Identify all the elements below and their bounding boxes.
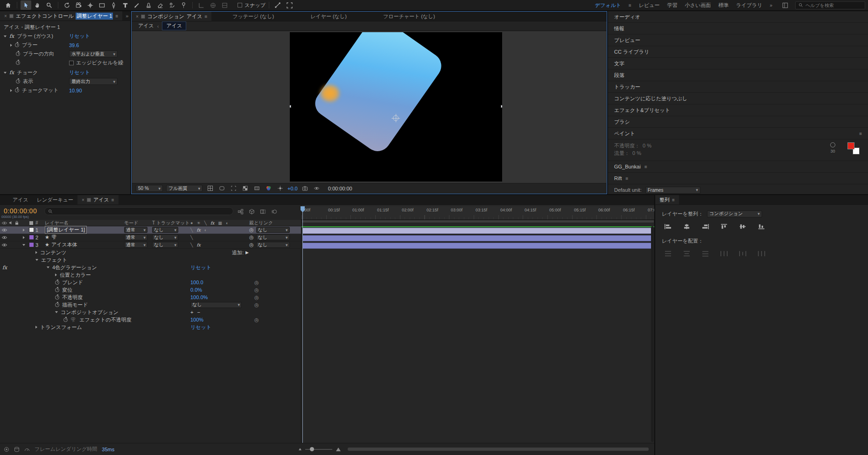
label-column-icon[interactable] <box>29 221 33 225</box>
quality-icon[interactable]: ╲ <box>204 221 207 225</box>
world-axis-mode-icon[interactable] <box>208 0 218 10</box>
brush-tool-button[interactable] <box>132 0 142 10</box>
mask-reference-value[interactable]: 雫 <box>70 316 76 323</box>
mask-path-visibility-icon[interactable] <box>273 0 283 10</box>
parent-dropdown[interactable]: なし▾ <box>256 227 290 233</box>
stopwatch-icon[interactable] <box>16 61 20 65</box>
fx-toggle-icon[interactable]: fx <box>196 228 200 232</box>
performance-icon[interactable] <box>24 447 30 452</box>
align-target-dropdown[interactable]: コンポジション▾ <box>707 210 762 217</box>
paint-opacity-value[interactable]: 0 % <box>643 143 651 148</box>
property-row-opacity[interactable]: 不透明度 100.0% ◎ <box>0 294 301 301</box>
tab-align[interactable]: 整列 ≡ <box>655 195 679 204</box>
adjustment-layer-icon[interactable]: ◐ <box>204 228 207 232</box>
property-value[interactable]: 100.0 <box>190 280 203 285</box>
selection-tool-button[interactable] <box>21 0 31 10</box>
close-icon[interactable]: × <box>136 14 139 19</box>
property-row-blur[interactable]: ブラー 39.6 <box>0 41 130 49</box>
panel-header-rift[interactable]: Rift≡ <box>608 173 868 184</box>
align-horizontal-center-button[interactable] <box>680 222 693 231</box>
region-of-interest-icon[interactable] <box>229 185 238 192</box>
motion-blur-column-icon[interactable]: ◐ <box>226 221 228 225</box>
default-unit-dropdown[interactable]: Frames▾ <box>645 187 700 194</box>
panel-header-info[interactable]: 情報 <box>608 23 868 35</box>
grid-options-icon[interactable] <box>206 185 214 192</box>
fx-enabled-icon[interactable]: fx <box>2 264 7 271</box>
fx-column-icon[interactable]: fx <box>210 221 214 225</box>
twirl-icon[interactable] <box>22 244 25 246</box>
twirl-icon[interactable] <box>47 266 49 268</box>
puppet-pin-tool-button[interactable] <box>178 0 189 10</box>
property-value[interactable]: 100.0% <box>190 294 208 300</box>
view-axis-mode-icon[interactable] <box>219 0 230 10</box>
stopwatch-icon[interactable] <box>16 79 20 84</box>
align-right-button[interactable] <box>699 222 711 231</box>
clone-stamp-tool-button[interactable] <box>143 0 154 10</box>
panel-menu-icon[interactable]: ≡ <box>626 176 629 181</box>
panel-header-gg-bunkai[interactable]: GG_Bunkai≡ <box>608 161 868 173</box>
composition-mini-flowchart-icon[interactable] <box>237 208 244 215</box>
foreground-color-swatch[interactable] <box>847 142 854 149</box>
quality-toggle-icon[interactable]: ╲ <box>190 235 193 240</box>
track-matte-dropdown[interactable]: なし▾ <box>152 242 178 248</box>
twirl-icon[interactable] <box>55 273 57 276</box>
workspace-tab-small-screen[interactable]: 小さい画面 <box>685 2 711 9</box>
effect-header-gaussian-blur[interactable]: fx ブラー (ガウス) リセット <box>0 32 130 41</box>
frame-blend-column-icon[interactable]: ▦ <box>218 221 222 225</box>
twirl-icon[interactable] <box>35 251 37 254</box>
panel-header-character[interactable]: 文字 <box>608 58 868 70</box>
timeline-track-area[interactable]: :00f 00:15f 01:00f 01:15f 02:00f 02:15f … <box>301 205 654 443</box>
pixel-aspect-icon[interactable] <box>252 185 261 192</box>
property-row-blend-mode[interactable]: 描画モード なし▾ ◎ <box>0 301 301 308</box>
column-parent-link[interactable]: 親とリンク <box>249 220 301 226</box>
lock-column-icon[interactable] <box>15 221 19 225</box>
add-mask-icon[interactable]: + <box>190 309 193 315</box>
panel-menu-icon[interactable]: ≡ <box>672 197 675 203</box>
quality-toggle-icon[interactable]: ╲ <box>190 228 193 232</box>
zoom-in-icon[interactable] <box>336 448 341 451</box>
property-value[interactable]: 100% <box>190 317 203 322</box>
property-row-blend[interactable]: ブレンド 100.0 ◎ <box>0 279 301 286</box>
distribute-right-button[interactable] <box>755 249 767 258</box>
timeline-search-input[interactable] <box>55 208 223 215</box>
workspace-edit-icon[interactable] <box>780 0 791 10</box>
stopwatch-icon[interactable] <box>16 52 20 56</box>
workspace-tab-standard[interactable]: 標準 <box>718 2 728 9</box>
camera-tool-button[interactable] <box>73 0 84 10</box>
property-row-transform[interactable]: トランスフォーム リセット <box>0 323 301 331</box>
layer-anchor-point[interactable] <box>393 115 399 121</box>
workspace-tab-default[interactable]: デフォルト <box>595 2 621 9</box>
quality-toggle-icon[interactable]: ╲ <box>190 243 193 247</box>
shape-tool-button[interactable] <box>97 0 107 10</box>
panel-header-effects-presets[interactable]: エフェクト&プリセット <box>608 105 868 116</box>
magnification-dropdown[interactable]: 50 %▾ <box>136 185 163 192</box>
twirl-icon[interactable] <box>10 89 12 92</box>
reset-button[interactable]: リセット <box>69 69 90 76</box>
twirl-icon[interactable] <box>4 72 7 74</box>
track-matte-dropdown[interactable]: なし▾ <box>152 234 178 240</box>
frame-blend-icon[interactable] <box>259 208 266 215</box>
reset-button[interactable]: リセット <box>69 33 90 40</box>
blend-mode-dropdown[interactable]: なし▾ <box>190 302 242 308</box>
exposure-value[interactable]: +0.0 <box>287 186 298 191</box>
distribute-left-button[interactable] <box>718 249 730 258</box>
property-row-effects[interactable]: エフェクト <box>0 256 301 264</box>
stopwatch-icon[interactable] <box>55 280 59 285</box>
label-color-chip[interactable] <box>29 242 34 247</box>
layer-bar-drop[interactable] <box>302 235 652 241</box>
twirl-icon[interactable] <box>35 259 38 261</box>
eye-icon[interactable] <box>2 228 7 232</box>
workspace-tab-review[interactable]: レビュー <box>639 2 660 9</box>
align-vertical-center-button[interactable] <box>736 222 749 231</box>
mode-dropdown[interactable]: 通常▾ <box>124 227 147 233</box>
panel-header-brushes[interactable]: ブラシ <box>608 116 868 128</box>
distribute-bottom-button[interactable] <box>699 249 711 258</box>
layer-name[interactable]: ★ 雫 <box>45 234 124 241</box>
table-row-layer-2[interactable]: 2 ★ 雫 通常▾ なし▾ ╲ ◎ なし▾ <box>0 234 301 241</box>
stopwatch-icon[interactable] <box>63 318 68 322</box>
keyframe-include-icon[interactable]: ◎ <box>254 294 259 301</box>
stopwatch-icon[interactable] <box>55 303 59 307</box>
tab-footage[interactable]: フッテージ (なし) <box>228 12 278 21</box>
panel-header-preview[interactable]: プレビュー <box>608 35 868 46</box>
draft-3d-icon[interactable] <box>248 208 255 215</box>
